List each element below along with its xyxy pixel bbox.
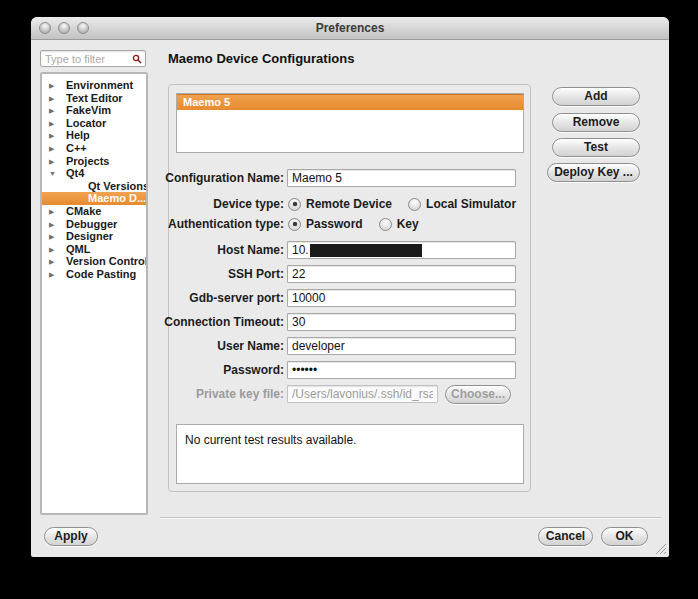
device-type-row: Device type: Remote Device Local Simulat… — [31, 195, 669, 213]
chevron-right-icon[interactable]: ▶ — [49, 142, 60, 155]
sidebar-item-locator[interactable]: ▶Locator — [42, 117, 146, 130]
add-button[interactable]: Add — [552, 87, 640, 106]
auth-type-label: Authentication type: — [71, 215, 284, 233]
gdb-port-label: Gdb-server port: — [71, 289, 284, 307]
apply-button[interactable]: Apply — [44, 527, 98, 546]
filter-magnifier-icon — [132, 54, 142, 64]
ssh-port-row: SSH Port: — [31, 265, 669, 283]
user-name-field[interactable] — [287, 337, 516, 355]
user-name-row: User Name: — [31, 337, 669, 355]
config-name-label: Configuration Name: — [71, 169, 284, 187]
cancel-button[interactable]: Cancel — [538, 527, 593, 546]
sidebar-item-cpp[interactable]: ▶C++ — [42, 142, 146, 155]
timeout-row: Connection Timeout: — [31, 313, 669, 331]
radio-unselected-icon[interactable] — [408, 198, 421, 211]
ssh-port-label: SSH Port: — [71, 265, 284, 283]
chevron-right-icon[interactable]: ▶ — [49, 130, 60, 143]
radio-selected-icon[interactable] — [288, 218, 301, 231]
password-field[interactable] — [287, 361, 516, 379]
private-key-row: Private key file: Choose... — [31, 385, 669, 403]
host-name-row: Host Name: 10. — [31, 241, 669, 259]
resize-grip[interactable] — [653, 541, 666, 554]
choose-button: Choose... — [445, 385, 511, 404]
host-name-field[interactable]: 10. — [287, 241, 516, 259]
test-results-box: No current test results available. — [176, 424, 524, 484]
preferences-window: Preferences ▶Environment ▶Text Editor ▶F… — [31, 17, 669, 557]
gdb-port-row: Gdb-server port: — [31, 289, 669, 307]
radio-local-simulator[interactable]: Local Simulator — [408, 197, 516, 211]
radio-selected-icon[interactable] — [288, 198, 301, 211]
timeout-label: Connection Timeout: — [71, 313, 284, 331]
gdb-port-field[interactable] — [287, 289, 516, 307]
page-title: Maemo Device Configurations — [168, 51, 354, 66]
device-type-label: Device type: — [71, 195, 284, 213]
chevron-right-icon[interactable]: ▶ — [49, 92, 60, 105]
user-name-label: User Name: — [71, 337, 284, 355]
sidebar-item-environment[interactable]: ▶Environment — [42, 79, 146, 92]
ssh-port-field[interactable] — [287, 265, 516, 283]
radio-key[interactable]: Key — [379, 217, 419, 231]
password-row: Password: — [31, 361, 669, 379]
private-key-field — [287, 385, 438, 403]
radio-remote-device[interactable]: Remote Device — [288, 197, 392, 211]
config-name-field[interactable] — [287, 169, 516, 187]
timeout-field[interactable] — [287, 313, 516, 331]
ok-button[interactable]: OK — [601, 527, 648, 546]
window-title: Preferences — [31, 17, 669, 39]
filter-input[interactable] — [40, 50, 146, 67]
sidebar-item-help[interactable]: ▶Help — [42, 129, 146, 142]
footer-divider — [160, 517, 662, 518]
chevron-right-icon[interactable]: ▶ — [49, 105, 60, 118]
sidebar-item-text-editor[interactable]: ▶Text Editor — [42, 92, 146, 105]
redacted-host-value — [310, 244, 422, 257]
chevron-right-icon[interactable]: ▶ — [49, 80, 60, 93]
test-button[interactable]: Test — [552, 138, 640, 157]
radio-password[interactable]: Password — [288, 217, 363, 231]
sidebar-item-projects[interactable]: ▶Projects — [42, 155, 146, 168]
chevron-right-icon[interactable]: ▶ — [49, 117, 60, 130]
chevron-right-icon[interactable]: ▶ — [49, 155, 60, 168]
sidebar-item-fakevim[interactable]: ▶FakeVim — [42, 104, 146, 117]
auth-type-row: Authentication type: Password Key — [31, 215, 669, 233]
device-configurations-list[interactable]: Maemo 5 — [176, 93, 524, 153]
private-key-label: Private key file: — [71, 385, 284, 403]
host-name-label: Host Name: — [71, 241, 284, 259]
password-label: Password: — [71, 361, 284, 379]
radio-unselected-icon[interactable] — [379, 218, 392, 231]
remove-button[interactable]: Remove — [552, 113, 640, 132]
list-item-maemo5[interactable]: Maemo 5 — [177, 94, 523, 110]
title-bar[interactable]: Preferences — [31, 17, 669, 40]
deploy-key-button[interactable]: Deploy Key ... — [547, 163, 640, 182]
